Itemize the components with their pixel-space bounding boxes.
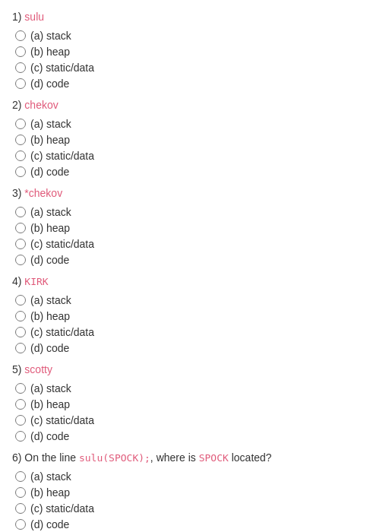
question-2-option-b[interactable]: (b) heap	[15, 134, 380, 146]
question-2-radio-b[interactable]	[15, 135, 26, 145]
question-3-option-a-label: (a) stack	[30, 206, 71, 218]
question-2-subject: chekov	[24, 99, 58, 111]
question-4-option-c-label: (c) static/data	[30, 326, 94, 338]
question-4-radio-c[interactable]	[15, 327, 26, 337]
question-6-option-c[interactable]: (c) static/data	[15, 502, 380, 515]
question-4-subject: KIRK	[24, 276, 48, 287]
question-1-number: 1)	[12, 11, 24, 23]
question-3-option-a[interactable]: (a) stack	[15, 206, 380, 218]
question-1-option-c-label: (c) static/data	[30, 62, 94, 74]
question-4-radio-b[interactable]	[15, 311, 26, 321]
question-4-option-a[interactable]: (a) stack	[15, 294, 380, 306]
question-1-subject: sulu	[24, 11, 44, 23]
question-4-number: 4)	[12, 275, 24, 287]
question-3-label: 3) *chekov	[12, 185, 380, 201]
quiz-container: 1) sulu (a) stack (b) heap (c) static/da…	[12, 9, 380, 530]
question-2-radio-d[interactable]	[15, 166, 26, 177]
question-3-radio-b[interactable]	[15, 223, 26, 233]
question-1-radio-a[interactable]	[15, 30, 26, 41]
question-1-radio-b[interactable]	[15, 46, 26, 57]
question-4-radio-d[interactable]	[15, 343, 26, 353]
question-1-option-d[interactable]: (d) code	[15, 78, 380, 90]
question-5-radio-a[interactable]	[15, 383, 26, 394]
question-5-label: 5) scotty	[12, 362, 380, 378]
question-6-option-a[interactable]: (a) stack	[15, 470, 380, 483]
question-1-option-d-label: (d) code	[30, 78, 69, 90]
question-3-option-b[interactable]: (b) heap	[15, 222, 380, 234]
question-3-subject: *chekov	[24, 187, 62, 199]
question-3-option-d[interactable]: (d) code	[15, 254, 380, 266]
question-5-number: 5)	[12, 363, 24, 375]
question-5-option-b[interactable]: (b) heap	[15, 398, 380, 410]
question-6-text-suffix: located?	[229, 451, 272, 464]
question-5-option-a[interactable]: (a) stack	[15, 382, 380, 394]
question-1-radio-d[interactable]	[15, 78, 26, 89]
question-6-code1: sulu(SPOCK);	[79, 452, 150, 464]
question-6-radio-a[interactable]	[15, 471, 26, 482]
question-6-number: 6) On the line	[12, 451, 79, 464]
question-6-code2: SPOCK	[199, 452, 229, 464]
question-2-option-b-label: (b) heap	[30, 134, 70, 146]
question-6-text-mid: , where is	[150, 451, 199, 464]
question-4-option-d-label: (d) code	[30, 342, 69, 354]
question-4-option-b-label: (b) heap	[30, 310, 70, 322]
question-3-option-b-label: (b) heap	[30, 222, 70, 234]
question-2-number: 2)	[12, 99, 24, 111]
question-3-option-d-label: (d) code	[30, 254, 69, 266]
question-6-option-d[interactable]: (d) code	[15, 518, 380, 530]
question-3-radio-c[interactable]	[15, 239, 26, 249]
question-6-option-c-label: (c) static/data	[30, 502, 94, 515]
question-6: 6) On the line sulu(SPOCK);, where is SP…	[12, 450, 380, 530]
question-1-option-b[interactable]: (b) heap	[15, 46, 380, 58]
question-4-option-a-label: (a) stack	[30, 294, 71, 306]
question-6-option-b[interactable]: (b) heap	[15, 486, 380, 499]
question-6-radio-d[interactable]	[15, 519, 26, 530]
question-1-label: 1) sulu	[12, 9, 380, 25]
question-5-radio-c[interactable]	[15, 415, 26, 426]
question-2-option-a-label: (a) stack	[30, 118, 71, 130]
question-1: 1) sulu (a) stack (b) heap (c) static/da…	[12, 9, 380, 90]
question-6-option-d-label: (d) code	[30, 518, 69, 530]
question-3: 3) *chekov (a) stack (b) heap (c) static…	[12, 185, 380, 266]
question-5-radio-b[interactable]	[15, 399, 26, 410]
question-3-radio-a[interactable]	[15, 207, 26, 217]
question-6-option-b-label: (b) heap	[30, 486, 70, 499]
question-4: 4) KIRK (a) stack (b) heap (c) static/da…	[12, 274, 380, 354]
question-1-option-a[interactable]: (a) stack	[15, 30, 380, 42]
question-4-option-c[interactable]: (c) static/data	[15, 326, 380, 338]
question-5-option-a-label: (a) stack	[30, 382, 71, 394]
question-2-radio-c[interactable]	[15, 150, 26, 161]
question-4-radio-a[interactable]	[15, 295, 26, 306]
question-5-option-c-label: (c) static/data	[30, 414, 94, 426]
question-2-option-d[interactable]: (d) code	[15, 166, 380, 178]
question-2: 2) chekov (a) stack (b) heap (c) static/…	[12, 97, 380, 178]
question-2-option-c[interactable]: (c) static/data	[15, 150, 380, 162]
question-4-label: 4) KIRK	[12, 274, 380, 290]
question-3-number: 3)	[12, 187, 24, 199]
question-5-radio-d[interactable]	[15, 431, 26, 442]
question-1-option-b-label: (b) heap	[30, 46, 70, 58]
question-5-option-d-label: (d) code	[30, 430, 69, 442]
question-5-option-c[interactable]: (c) static/data	[15, 414, 380, 426]
question-6-radio-c[interactable]	[15, 503, 26, 514]
question-5: 5) scotty (a) stack (b) heap (c) static/…	[12, 362, 380, 442]
question-3-radio-d[interactable]	[15, 255, 26, 265]
question-5-subject: scotty	[24, 363, 52, 375]
question-2-option-a[interactable]: (a) stack	[15, 118, 380, 130]
question-5-option-d[interactable]: (d) code	[15, 430, 380, 442]
question-2-radio-a[interactable]	[15, 119, 26, 129]
question-6-radio-b[interactable]	[15, 487, 26, 498]
question-6-option-a-label: (a) stack	[30, 470, 71, 483]
question-6-label: 6) On the line sulu(SPOCK);, where is SP…	[12, 450, 380, 466]
question-1-option-c[interactable]: (c) static/data	[15, 62, 380, 74]
question-3-option-c-label: (c) static/data	[30, 238, 94, 250]
question-5-option-b-label: (b) heap	[30, 398, 70, 410]
question-2-option-d-label: (d) code	[30, 166, 69, 178]
question-2-label: 2) chekov	[12, 97, 380, 113]
question-2-option-c-label: (c) static/data	[30, 150, 94, 162]
question-1-option-a-label: (a) stack	[30, 30, 71, 42]
question-3-option-c[interactable]: (c) static/data	[15, 238, 380, 250]
question-4-option-b[interactable]: (b) heap	[15, 310, 380, 322]
question-1-radio-c[interactable]	[15, 62, 26, 73]
question-4-option-d[interactable]: (d) code	[15, 342, 380, 354]
